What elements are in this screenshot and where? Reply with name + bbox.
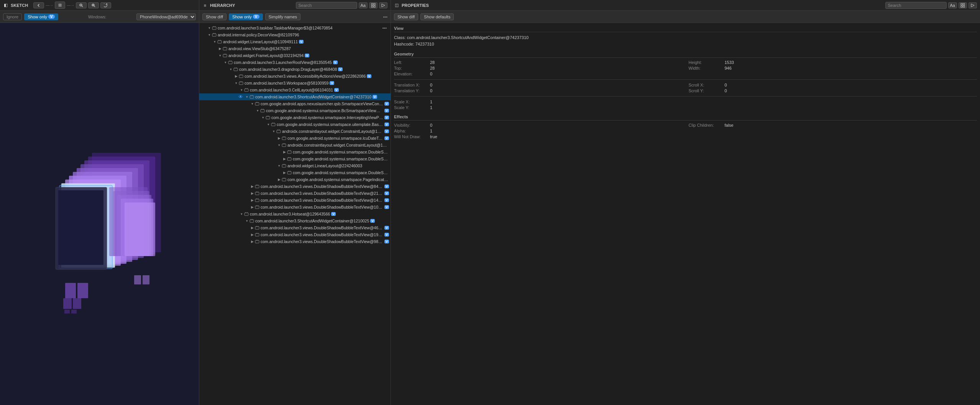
- properties-icon-btn1[interactable]: [959, 2, 967, 8]
- tree-toggle[interactable]: ▶: [234, 74, 238, 78]
- hierarchy-search-input[interactable]: [296, 2, 357, 9]
- tree-item-4[interactable]: ▶ android.view.ViewStub@63475287: [199, 45, 391, 52]
- tree-item-20[interactable]: ▶ com.google.android.systemui.smartspace…: [199, 155, 391, 162]
- tree-toggle[interactable]: ▾: [266, 122, 271, 127]
- visibility-val: 0: [430, 123, 432, 127]
- tree-item-10[interactable]: ▾ com.android.launcher3.CellLayout@66104…: [199, 87, 391, 93]
- class-label: Class:: [394, 35, 406, 40]
- ignore-button[interactable]: Ignore: [3, 13, 22, 20]
- tree-item-7[interactable]: ▾ com.android.launcher3.dragndrop.DragLa…: [199, 66, 391, 73]
- hierarchy-icon-btn1[interactable]: [369, 2, 378, 8]
- windows-select[interactable]: PhoneWindow@ad699de: [136, 13, 196, 20]
- tree-toggle[interactable]: ▶: [282, 157, 287, 161]
- tree-toggle[interactable]: ▶: [277, 177, 281, 182]
- tree-item-29[interactable]: ▾ com.android.launcher3.ShortcutAndWidge…: [199, 217, 391, 224]
- more-dots-icon[interactable]: •••: [382, 26, 389, 30]
- tree-item-17[interactable]: ▶ com.google.android.systemui.smartspace…: [199, 135, 391, 142]
- tree-item-11[interactable]: 👁▾ com.android.launcher3.ShortcutAndWidg…: [199, 93, 391, 100]
- tree-toggle[interactable]: ▾: [245, 219, 249, 223]
- tree-toggle[interactable]: ▾: [239, 88, 244, 92]
- tree-node-icon: [276, 129, 281, 134]
- tree-label: android.internal.policy.DecorView@821097…: [218, 33, 299, 37]
- sketch-zoom-in[interactable]: [88, 2, 99, 8]
- view-section-title: View: [394, 26, 977, 32]
- tree-toggle[interactable]: ▶: [218, 46, 222, 51]
- v-badge: V: [299, 40, 304, 44]
- svg-rect-14: [143, 275, 149, 284]
- properties-icon-btn2[interactable]: [969, 2, 977, 8]
- tree-item-15[interactable]: ▾ com.google.android.systemui.smartspace…: [199, 121, 391, 128]
- sketch-nav-back[interactable]: [33, 2, 44, 8]
- tree-toggle[interactable]: ▾: [223, 60, 228, 65]
- tree-item-24[interactable]: ▶ com.android.launcher3.views.DoubleShad…: [199, 183, 391, 190]
- tree-item-14[interactable]: ▾ com.google.android.systemui.smartspace…: [199, 114, 391, 121]
- svg-rect-75: [266, 116, 270, 119]
- tree-toggle[interactable]: ▾: [271, 129, 276, 134]
- tree-toggle[interactable]: ▾: [239, 212, 244, 216]
- tree-toggle[interactable]: ▶: [250, 239, 254, 244]
- hierarchy-icon-btn2[interactable]: [379, 2, 387, 8]
- tree-toggle[interactable]: ▶: [250, 184, 254, 189]
- tree-item-28[interactable]: ▾ com.android.launcher3.Hotseat@12964356…: [199, 211, 391, 217]
- scale-y-val: 1: [430, 105, 432, 110]
- tree-item-8[interactable]: ▶ com.android.launcher3.views.Accessibil…: [199, 73, 391, 80]
- tree-item-2[interactable]: ▾ android.internal.policy.DecorView@8210…: [199, 31, 391, 38]
- hierarchy-text-size-btn[interactable]: Aa: [359, 2, 368, 8]
- tree-item-21[interactable]: ▾ android.widget.LinearLayout@224246003: [199, 162, 391, 169]
- tree-toggle[interactable]: ▶: [282, 170, 287, 175]
- tree-toggle[interactable]: ▾: [245, 95, 249, 99]
- tree-item-19[interactable]: ▶ com.google.android.systemui.smartspace…: [199, 149, 391, 155]
- show-only-button[interactable]: Show only V: [24, 13, 58, 20]
- tree-item-31[interactable]: ▶ com.android.launcher3.views.DoubleShad…: [199, 231, 391, 238]
- scroll-y-val: 0: [725, 88, 727, 93]
- tree-item-27[interactable]: ▶ com.android.launcher3.views.DoubleShad…: [199, 204, 391, 211]
- tree-item-5[interactable]: ▾ android.widget.FrameLayout@332194294V: [199, 52, 391, 59]
- tree-toggle[interactable]: ▶: [250, 225, 254, 230]
- tree-toggle[interactable]: ▾: [218, 53, 222, 58]
- hierarchy-more-dots[interactable]: •••: [383, 15, 387, 19]
- sketch-refresh[interactable]: [100, 2, 111, 8]
- hierarchy-simplify-btn[interactable]: Simplify names: [265, 13, 301, 20]
- hierarchy-show-diff-btn[interactable]: Show diff: [202, 13, 227, 20]
- tree-item-12[interactable]: ▾ com.google.android.apps.nexuslauncher.…: [199, 100, 391, 107]
- tree-item-16[interactable]: ▾ androidx.constraintlayout.widget.Const…: [199, 128, 391, 135]
- tree-item-26[interactable]: ▶ com.android.launcher3.views.DoubleShad…: [199, 197, 391, 204]
- properties-show-defaults-btn[interactable]: Show defaults: [420, 13, 454, 20]
- tree-toggle[interactable]: ▶: [250, 232, 254, 237]
- tree-toggle[interactable]: ▾: [207, 33, 212, 37]
- tree-toggle[interactable]: ▾: [250, 101, 254, 106]
- sketch-zoom-out[interactable]: [76, 2, 87, 8]
- tree-item-3[interactable]: ▾ android.widget.LinearLayout@110949111V: [199, 38, 391, 45]
- hierarchy-show-only-btn[interactable]: Show only V: [229, 13, 263, 20]
- tree-item-6[interactable]: ▾ com.android.launcher3.LauncherRootView…: [199, 59, 391, 66]
- sketch-nav-grid[interactable]: ⊞: [55, 2, 65, 9]
- tree-item-23[interactable]: ▶ com.google.android.systemui.smartspace…: [199, 176, 391, 183]
- tree-item-22[interactable]: ▶ com.google.android.systemui.smartspace…: [199, 169, 391, 176]
- tree-toggle[interactable]: ▾: [255, 108, 260, 113]
- tree-item-30[interactable]: ▶ com.android.launcher3.views.DoubleShad…: [199, 224, 391, 231]
- tree-toggle[interactable]: ▾: [228, 67, 233, 72]
- properties-show-diff-btn[interactable]: Show diff: [394, 13, 418, 20]
- tree-toggle[interactable]: ▶: [277, 136, 281, 140]
- tree-toggle[interactable]: ▾: [261, 115, 265, 120]
- tree-toggle[interactable]: ▾: [212, 39, 217, 44]
- properties-search-input[interactable]: [885, 2, 947, 9]
- tree-toggle[interactable]: ▶: [250, 205, 254, 209]
- tree-item-1[interactable]: ▾ com.android.launcher3.taskbar.TaskbarM…: [199, 24, 391, 31]
- properties-text-size-btn[interactable]: Aa: [948, 2, 957, 8]
- tree-item-32[interactable]: ▶ com.android.launcher3.views.DoubleShad…: [199, 238, 391, 245]
- tree-toggle[interactable]: ▾: [207, 26, 212, 30]
- tree-item-13[interactable]: ▾ com.google.android.systemui.smartspace…: [199, 107, 391, 114]
- tree-item-25[interactable]: ▶ com.android.launcher3.views.DoubleShad…: [199, 190, 391, 197]
- svg-rect-99: [287, 171, 291, 174]
- tree-toggle[interactable]: ▾: [234, 81, 238, 85]
- tree-toggle[interactable]: ▾: [277, 143, 281, 147]
- svg-rect-31: [125, 202, 155, 256]
- sketch-toolbar: Ignore Show only V Windows: PhoneWindow@…: [0, 11, 199, 23]
- tree-toggle[interactable]: ▶: [250, 191, 254, 196]
- tree-toggle[interactable]: ▶: [282, 150, 287, 154]
- tree-item-18[interactable]: ▾ androidx.constraintlayout.widget.Const…: [199, 142, 391, 149]
- tree-toggle[interactable]: ▶: [250, 198, 254, 202]
- tree-toggle[interactable]: ▾: [277, 163, 281, 168]
- tree-item-9[interactable]: ▾ com.android.launcher3.Workspace@581009…: [199, 80, 391, 87]
